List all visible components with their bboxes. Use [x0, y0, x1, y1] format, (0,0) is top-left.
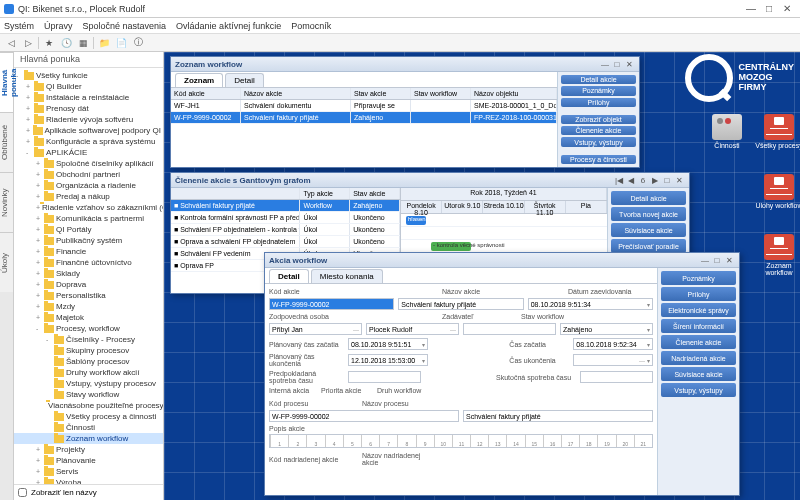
menu-item[interactable]: Úpravy: [44, 21, 73, 31]
side-action-button[interactable]: Členenie akcie: [561, 126, 636, 135]
kod-field[interactable]: W-FP-9999-00002: [269, 298, 394, 310]
tool-icon[interactable]: ▦: [76, 36, 90, 50]
side-action-button[interactable]: Elektronické správy: [661, 303, 736, 317]
tab-detail[interactable]: Detail: [269, 269, 309, 283]
side-action-button[interactable]: Procesy a činnosti: [561, 155, 636, 164]
back-icon[interactable]: ◁: [4, 36, 18, 50]
side-action-button[interactable]: Prečíslovať poradie: [611, 239, 686, 253]
win-close-icon[interactable]: ✕: [673, 176, 685, 185]
tree-item[interactable]: Šablóny procesov: [14, 356, 163, 367]
tree-item[interactable]: +Komunikácia s partnermi: [14, 213, 163, 224]
tree-item[interactable]: +Inštalácie a reinštalácie: [14, 92, 163, 103]
tree-item[interactable]: +Majetok: [14, 312, 163, 323]
side-action-button[interactable]: Súvisiace akcie: [611, 223, 686, 237]
sidetab-fav[interactable]: Obľúbené: [0, 112, 13, 172]
tree-item[interactable]: Zoznam workflow: [14, 433, 163, 444]
side-action-button[interactable]: Detail akcie: [561, 75, 636, 84]
tree-item[interactable]: +Mzdy: [14, 301, 163, 312]
side-action-button[interactable]: Detail akcie: [611, 191, 686, 205]
tree-item[interactable]: +Personalistika: [14, 290, 163, 301]
endplan-field[interactable]: 12.10.2018 15:53:00▾: [348, 354, 428, 366]
win-max-icon[interactable]: □: [611, 60, 623, 69]
side-action-button[interactable]: Vstupy, výstupy: [661, 383, 736, 397]
tree-item[interactable]: +Finančné účtovníctvo: [14, 257, 163, 268]
nav-tree[interactable]: -Všetky funkcie+QI Builder+Inštalácie a …: [14, 68, 163, 484]
gantt-task-row[interactable]: ■ Oprava a schválení FP objednatelemÚkol…: [171, 236, 400, 248]
maximize-button[interactable]: □: [760, 3, 778, 14]
nazovp-field[interactable]: Schválení faktury přijaté: [463, 410, 653, 422]
workspace-shortcut[interactable]: Zoznam workflow: [754, 234, 800, 276]
page-icon[interactable]: 📄: [114, 36, 128, 50]
win-min-icon[interactable]: —: [699, 256, 711, 265]
tree-item[interactable]: +Riadenie vzťahov so zákazníkmi (CRM): [14, 202, 163, 213]
skut-field[interactable]: [580, 371, 653, 383]
sidetab-tasks[interactable]: Úkoly: [0, 232, 13, 292]
nav-prev-icon[interactable]: ◀: [625, 176, 637, 185]
menu-item[interactable]: Ovládanie aktívnej funkcie: [176, 21, 281, 31]
gantt-task-row[interactable]: ■ Schválení faktury přijatéWorkflowZaháj…: [171, 200, 400, 212]
side-action-button[interactable]: Členenie akcie: [661, 335, 736, 349]
menu-item[interactable]: Pomocník: [291, 21, 331, 31]
side-action-button[interactable]: Poznámky: [661, 271, 736, 285]
tree-item[interactable]: +Organizácia a riadenie: [14, 180, 163, 191]
tree-item[interactable]: +Plánovanie: [14, 455, 163, 466]
tree-item[interactable]: -Všetky funkcie: [14, 70, 163, 81]
zad-field[interactable]: Plocek Rudolf⋯: [366, 323, 459, 335]
tree-item[interactable]: +Obchodní partneri: [14, 169, 163, 180]
tree-item[interactable]: +Konfigurácie a správa systému: [14, 136, 163, 147]
table-row[interactable]: W-FP-9999-00002Schválení faktury přijaté…: [171, 112, 557, 124]
info-icon[interactable]: ⓘ: [131, 36, 145, 50]
zodp-field[interactable]: Přibyl Jan⋯: [269, 323, 362, 335]
tab-zoznam[interactable]: Zoznam: [175, 73, 223, 87]
tree-item[interactable]: Viacnásobne použiteľné procesy: [14, 400, 163, 411]
side-action-button[interactable]: Zobraziť objekt: [561, 115, 636, 124]
workflow-grid[interactable]: Kód akcie Názov akcie Stav akcie Stav wo…: [171, 88, 557, 124]
side-action-button[interactable]: Vstupy, výstupy: [561, 137, 636, 146]
tab-miesto[interactable]: Miesto konania: [311, 269, 383, 283]
sidetab-news[interactable]: Novinky: [0, 172, 13, 232]
tree-item[interactable]: +Výroba: [14, 477, 163, 484]
win-min-icon[interactable]: —: [599, 60, 611, 69]
table-row[interactable]: WF-JH1Schválení dokumentuPřipravuje seSM…: [171, 100, 557, 112]
sidetab-main[interactable]: Hlavná ponuka: [0, 52, 13, 112]
names-only-checkbox[interactable]: [18, 488, 27, 497]
tree-item[interactable]: +Aplikácie softwarovej podpory QI: [14, 125, 163, 136]
workspace-shortcut[interactable]: Všetky procesy: [754, 114, 800, 149]
tree-item[interactable]: +Financie: [14, 246, 163, 257]
nazov-field[interactable]: Schválení faktury přijaté: [398, 298, 523, 310]
tree-item[interactable]: Vstupy, výstupy procesov: [14, 378, 163, 389]
tree-item[interactable]: +Riadenie vývoja softvéru: [14, 114, 163, 125]
tree-item[interactable]: +Sklady: [14, 268, 163, 279]
tree-item[interactable]: +QI Builder: [14, 81, 163, 92]
menu-item[interactable]: Systém: [4, 21, 34, 31]
clock-icon[interactable]: 🕓: [59, 36, 73, 50]
kodp-field[interactable]: W-FP-9999-00002: [269, 410, 459, 422]
win-max-icon[interactable]: □: [711, 256, 723, 265]
win-close-icon[interactable]: ✕: [623, 60, 635, 69]
tree-item[interactable]: +Predaj a nákup: [14, 191, 163, 202]
tree-item[interactable]: +Servis: [14, 466, 163, 477]
tree-item[interactable]: +QI Portály: [14, 224, 163, 235]
caszac-field[interactable]: 08.10.2018 9:52:34▾: [573, 338, 653, 350]
ruler[interactable]: 123456789101112131415161718192021: [269, 434, 653, 448]
nav-next-icon[interactable]: ▶: [649, 176, 661, 185]
side-action-button[interactable]: Prílohy: [561, 98, 636, 107]
workspace-shortcut[interactable]: Činnosti: [702, 114, 752, 149]
tree-item[interactable]: +Publikačný systém: [14, 235, 163, 246]
side-action-button[interactable]: Prílohy: [661, 287, 736, 301]
tab-detail[interactable]: Detail: [225, 73, 263, 87]
tree-item[interactable]: +Spoločné číselníky aplikácií: [14, 158, 163, 169]
start-field[interactable]: 08.10.2018 9:51:51▾: [348, 338, 428, 350]
win-max-icon[interactable]: □: [661, 176, 673, 185]
tree-item[interactable]: Druhy workflow akcií: [14, 367, 163, 378]
folder-icon[interactable]: 📁: [97, 36, 111, 50]
star-icon[interactable]: ★: [42, 36, 56, 50]
forward-icon[interactable]: ▷: [21, 36, 35, 50]
side-action-button[interactable]: Poznámky: [561, 86, 636, 95]
datum-field[interactable]: 08.10.2018 9:51:34▾: [528, 298, 653, 310]
gantt-task-row[interactable]: ■ Kontrola formální správnosti FP a před…: [171, 212, 400, 224]
tree-item[interactable]: -Číselníky - Procesy: [14, 334, 163, 345]
stavw-field[interactable]: [463, 323, 556, 335]
casuk-field[interactable]: ⋯ ▾: [573, 354, 653, 366]
menu-item[interactable]: Spoločné nastavenia: [83, 21, 167, 31]
